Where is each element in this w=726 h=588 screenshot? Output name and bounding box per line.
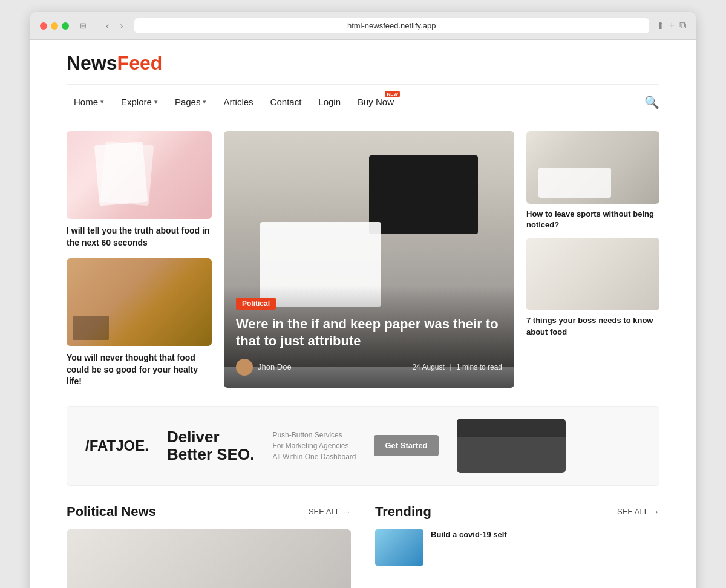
trending-item-1[interactable]: Build a covid-19 self (375, 529, 659, 566)
trending-item-image (375, 529, 424, 566)
nav-login[interactable]: Login (311, 93, 348, 111)
ad-logo: /FATJOE. (85, 437, 149, 454)
hero-category-tag[interactable]: Political (236, 298, 276, 310)
chevron-down-icon: ▾ (203, 98, 206, 106)
article-title-2: You will never thought that food could b… (67, 352, 212, 388)
site-logo[interactable]: NewsFeed (67, 52, 162, 74)
see-all-label: SEE ALL (309, 507, 340, 516)
article-image-bedroom (526, 238, 659, 310)
article-image-notebook (67, 131, 212, 219)
right-column: How to leave sports without being notice… (526, 131, 659, 388)
nav-buy-now[interactable]: Buy Now NEW (350, 93, 401, 111)
separator: | (450, 363, 451, 371)
browser-nav: ‹ › (102, 19, 127, 33)
article-title-1: I will tell you the truth about food in … (67, 225, 212, 249)
back-button[interactable]: ‹ (102, 19, 113, 33)
hero-author: Jhon Doe (236, 359, 292, 376)
trending-section-title: Trending (375, 504, 431, 520)
address-bar[interactable] (134, 18, 649, 33)
article-date: 24 August (412, 363, 444, 371)
search-icon[interactable]: 🔍 (644, 95, 659, 109)
maximize-button[interactable] (62, 22, 69, 30)
ad-cta-button[interactable]: Get Started (374, 435, 438, 456)
nav-contact[interactable]: Contact (263, 93, 309, 111)
arrow-right-icon: → (651, 507, 659, 517)
browser-traffic-lights (40, 22, 69, 30)
hero-meta: Jhon Doe 24 August | 1 mins to read (236, 359, 502, 376)
nav-articles[interactable]: Articles (216, 93, 260, 111)
right-article-1[interactable]: How to leave sports without being notice… (526, 131, 659, 230)
read-time: 1 mins to read (456, 363, 502, 371)
main-content: I will tell you the truth about food in … (30, 119, 696, 588)
chevron-down-icon: ▾ (100, 98, 104, 106)
article-card-1[interactable]: I will tell you the truth about food in … (67, 131, 212, 249)
browser-toolbar: ⊞ ‹ › ⬆ + ⧉ (30, 12, 696, 40)
sidebar-toggle-button[interactable]: ⊞ (76, 20, 90, 31)
trending-section: Trending SEE ALL → Build a covid-19 self (375, 504, 659, 588)
political-article-image (67, 529, 351, 588)
trending-item-title: Build a covid-19 self (431, 529, 659, 540)
ad-description: Push-Button Services For Marketing Agenc… (272, 430, 356, 462)
bottom-sections: Political News SEE ALL → Lifestyle (67, 504, 659, 588)
ad-banner: /FATJOE. Deliver Better SEO. Push-Button… (67, 406, 659, 486)
new-badge: NEW (385, 91, 400, 97)
share-icon[interactable]: ⬆ (656, 20, 664, 31)
new-tab-icon[interactable]: + (669, 20, 675, 31)
hero-article[interactable]: Political Were in the if and keep paper … (224, 131, 514, 388)
trending-item-text: Build a covid-19 self (431, 529, 659, 540)
trending-section-header: Trending SEE ALL → (375, 504, 659, 520)
political-section-title: Political News (67, 504, 156, 520)
logo-news: News (67, 52, 117, 74)
hero-grid: I will tell you the truth about food in … (67, 131, 659, 388)
hero-overlay: Political Were in the if and keep paper … (224, 286, 514, 388)
chevron-down-icon: ▾ (154, 98, 158, 106)
avatar (236, 359, 253, 376)
main-nav: Home ▾ Explore ▾ Pages ▾ Articles (67, 84, 659, 119)
arrow-right-icon: → (342, 507, 351, 517)
ad-desc-line2: For Marketing Agencies (272, 440, 356, 451)
ad-desc-line3: All Within One Dashboard (272, 451, 356, 462)
article-card-2[interactable]: You will never thought that food could b… (67, 258, 212, 388)
nav-explore[interactable]: Explore ▾ (114, 93, 165, 111)
close-button[interactable] (40, 22, 47, 30)
author-name: Jhon Doe (258, 362, 292, 371)
ad-preview-image (457, 419, 566, 473)
article-image-living-room (526, 131, 659, 204)
tabs-icon[interactable]: ⧉ (679, 20, 686, 31)
political-news-card[interactable]: Lifestyle (67, 529, 351, 588)
trending-see-all-link[interactable]: SEE ALL → (617, 507, 659, 517)
right-article-title-1: How to leave sports without being notice… (526, 209, 659, 230)
page-content: NewsFeed Home ▾ Explore ▾ Pages ▾ (30, 40, 696, 588)
ad-desc-line1: Push-Button Services (272, 430, 356, 440)
browser-action-buttons: ⬆ + ⧉ (656, 20, 686, 31)
hero-date-read: 24 August | 1 mins to read (412, 363, 502, 371)
minimize-button[interactable] (51, 22, 58, 30)
site-header: NewsFeed Home ▾ Explore ▾ Pages ▾ (30, 40, 696, 119)
see-all-label: SEE ALL (617, 507, 649, 516)
browser-window: ⊞ ‹ › ⬆ + ⧉ NewsFeed Home ▾ (30, 12, 696, 588)
nav-pages[interactable]: Pages ▾ (168, 93, 214, 111)
article-image-desk (67, 258, 212, 346)
right-article-title-2: 7 things your boss needs to know about f… (526, 315, 659, 337)
forward-button[interactable]: › (116, 19, 126, 33)
nav-home[interactable]: Home ▾ (67, 93, 111, 111)
political-section-header: Political News SEE ALL → (67, 504, 351, 520)
political-see-all-link[interactable]: SEE ALL → (309, 507, 351, 517)
ad-headline: Deliver Better SEO. (167, 428, 255, 463)
political-news-section: Political News SEE ALL → Lifestyle (67, 504, 351, 588)
hero-title: Were in the if and keep paper was their … (236, 316, 502, 350)
logo-feed: Feed (117, 52, 163, 74)
left-column: I will tell you the truth about food in … (67, 131, 212, 388)
right-article-2[interactable]: 7 things your boss needs to know about f… (526, 238, 659, 337)
nav-items: Home ▾ Explore ▾ Pages ▾ Articles (67, 93, 644, 111)
